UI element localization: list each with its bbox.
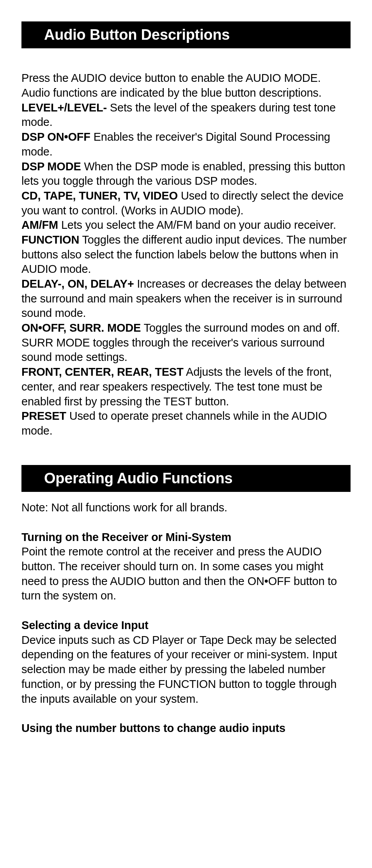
subsection-body: Device inputs such as CD Player or Tape … xyxy=(21,633,351,706)
section-header-operating-audio-functions: Operating Audio Functions xyxy=(21,465,351,492)
desc: Used to operate preset channels while in… xyxy=(21,410,327,437)
definition-dsp-mode: DSP MODE When the DSP mode is enabled, p… xyxy=(21,159,351,189)
subsection-selecting-device-input: Selecting a device Input Device inputs s… xyxy=(21,618,351,706)
definition-preset: PRESET Used to operate preset channels w… xyxy=(21,409,351,438)
subsection-turning-on: Turning on the Receiver or Mini-System P… xyxy=(21,530,351,603)
note-paragraph: Note: Not all functions work for all bra… xyxy=(21,500,351,515)
desc: Lets you select the AM/FM band on your a… xyxy=(58,219,336,231)
subsection-number-buttons: Using the number buttons to change audio… xyxy=(21,721,351,736)
definition-am-fm: AM/FM Lets you select the AM/FM band on … xyxy=(21,218,351,233)
subsection-body: Point the remote control at the receiver… xyxy=(21,544,351,603)
definition-front-center-rear-test: FRONT, CENTER, REAR, TEST Adjusts the le… xyxy=(21,365,351,409)
term: DELAY-, ON, DELAY+ xyxy=(21,278,134,290)
subsection-heading: Selecting a device Input xyxy=(21,618,351,633)
term: CD, TAPE, TUNER, TV, VIDEO xyxy=(21,189,178,202)
subsection-heading: Using the number buttons to change audio… xyxy=(21,721,351,736)
term: LEVEL+/LEVEL- xyxy=(21,101,107,114)
section-2-body: Note: Not all functions work for all bra… xyxy=(21,492,351,736)
term: ON•OFF, SURR. MODE xyxy=(21,322,141,334)
term: DSP MODE xyxy=(21,160,81,173)
definition-dsp-onoff: DSP ON•OFF Enables the receiver's Digita… xyxy=(21,130,351,159)
term: FRONT, CENTER, REAR, TEST xyxy=(21,366,184,378)
term: AM/FM xyxy=(21,219,58,231)
subsection-heading: Turning on the Receiver or Mini-System xyxy=(21,530,351,545)
section-1-body: Press the AUDIO device button to enable … xyxy=(21,48,351,438)
section-header-audio-button-descriptions: Audio Button Descriptions xyxy=(21,21,351,48)
definition-delay: DELAY-, ON, DELAY+ Increases or decrease… xyxy=(21,277,351,321)
term: FUNCTION xyxy=(21,233,79,246)
intro-paragraph: Press the AUDIO device button to enable … xyxy=(21,71,351,100)
definition-level: LEVEL+/LEVEL- Sets the level of the spea… xyxy=(21,101,351,130)
definition-function: FUNCTION Toggles the different audio inp… xyxy=(21,233,351,277)
definition-cd-tape-tuner: CD, TAPE, TUNER, TV, VIDEO Used to direc… xyxy=(21,189,351,218)
term: PRESET xyxy=(21,410,66,422)
term: DSP ON•OFF xyxy=(21,131,90,143)
definition-onoff-surr: ON•OFF, SURR. MODE Toggles the surround … xyxy=(21,321,351,365)
